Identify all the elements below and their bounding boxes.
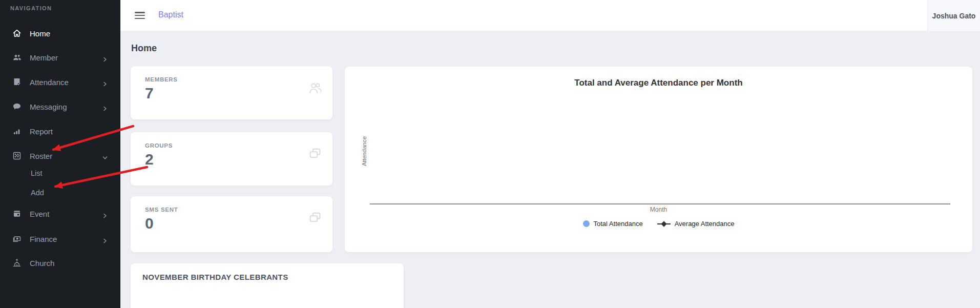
attendance-chart-card: Total and Average Attendance per Month A…: [345, 67, 972, 252]
stack-icon: [307, 211, 323, 226]
stat-label: GROUPS: [145, 142, 173, 149]
sidebar-item-event[interactable]: Event: [0, 206, 120, 222]
legend-item-average-attendance[interactable]: Average Attendance: [657, 220, 735, 228]
calendar-icon: [12, 209, 22, 218]
stat-card-sms-sent: SMS SENT 0: [131, 196, 332, 252]
chevron-right-icon: [102, 79, 108, 85]
stat-value: 0: [145, 215, 154, 232]
sidebar-item-finance[interactable]: Finance: [0, 231, 120, 247]
sidebar-item-label: Attendance: [30, 78, 69, 87]
legend-label: Total Attendance: [594, 220, 643, 228]
stat-value: 2: [145, 151, 154, 168]
legend-item-total-attendance[interactable]: Total Attendance: [583, 220, 643, 228]
sidebar-item-label: Report: [30, 127, 53, 136]
sidebar-item-roster-list[interactable]: List: [0, 165, 120, 181]
legend-label: Average Attendance: [675, 220, 735, 228]
topbar: Baptist Joshua Gato: [120, 0, 980, 31]
sidebar-item-home[interactable]: Home: [0, 25, 120, 42]
sidebar-item-roster[interactable]: Roster: [0, 148, 120, 164]
stack-icon: [307, 147, 323, 162]
sidebar-item-member[interactable]: Member: [0, 49, 120, 66]
report-icon: [12, 127, 22, 136]
sidebar-subitem-label: List: [31, 169, 43, 177]
hamburger-menu-icon[interactable]: [135, 12, 145, 19]
roster-icon: [12, 151, 22, 160]
stat-card-groups: GROUPS 2: [131, 132, 332, 186]
home-icon: [12, 29, 22, 38]
people-icon: [307, 80, 323, 96]
user-menu[interactable]: Joshua Gato: [927, 0, 980, 31]
sidebar-item-label: Roster: [30, 152, 52, 160]
page-title: Home: [131, 43, 157, 54]
birthday-celebrants-card: NOVEMBER BIRTHDAY CELEBRANTS: [131, 263, 404, 308]
finance-icon: [12, 234, 22, 243]
stat-card-members: MEMBERS 7: [131, 66, 332, 119]
attendance-icon: [12, 77, 22, 87]
main-content: Home MEMBERS 7 GROUPS 2: [120, 31, 980, 308]
sidebar-section-label: NAVIGATION: [10, 5, 52, 11]
sidebar-item-label: Messaging: [30, 102, 67, 111]
sidebar-item-label: Event: [30, 210, 49, 218]
sidebar-item-roster-add[interactable]: Add: [0, 184, 120, 201]
chart-legend: Total Attendance Average Attendance: [345, 220, 972, 228]
members-icon: [12, 53, 22, 62]
sidebar-item-church[interactable]: Church: [0, 255, 120, 271]
birthday-card-title: NOVEMBER BIRTHDAY CELEBRANTS: [142, 273, 288, 281]
chevron-right-icon: [102, 236, 108, 241]
circle-marker-icon: [583, 220, 590, 227]
sidebar-item-label: Home: [30, 29, 50, 38]
church-icon: [12, 258, 22, 268]
chart-y-axis-label: Attendance: [361, 136, 367, 166]
sidebar: NAVIGATION Home Member: [0, 0, 120, 308]
diamond-marker-icon: [657, 223, 671, 224]
stat-label: MEMBERS: [145, 76, 178, 83]
user-name: Joshua Gato: [932, 12, 976, 20]
sidebar-item-label: Member: [30, 53, 58, 62]
chevron-right-icon: [102, 104, 108, 109]
chart-x-axis-label: Month: [345, 206, 972, 213]
sidebar-item-label: Finance: [30, 235, 57, 243]
sidebar-item-report[interactable]: Report: [0, 123, 120, 139]
chevron-down-icon: [102, 153, 108, 158]
chart-title: Total and Average Attendance per Month: [345, 78, 972, 88]
brand-link[interactable]: Baptist: [158, 10, 183, 19]
sidebar-item-label: Church: [30, 259, 54, 268]
chevron-right-icon: [102, 211, 108, 216]
sidebar-item-messaging[interactable]: Messaging: [0, 98, 120, 115]
chart-x-axis-line: [370, 203, 950, 204]
chat-icon: [12, 102, 22, 111]
stat-label: SMS SENT: [145, 207, 178, 213]
sidebar-subitem-label: Add: [31, 189, 44, 197]
chevron-right-icon: [102, 55, 108, 60]
sidebar-item-attendance[interactable]: Attendance: [0, 74, 120, 90]
app-window: NAVIGATION Home Member: [0, 0, 980, 308]
stat-value: 7: [145, 85, 154, 102]
